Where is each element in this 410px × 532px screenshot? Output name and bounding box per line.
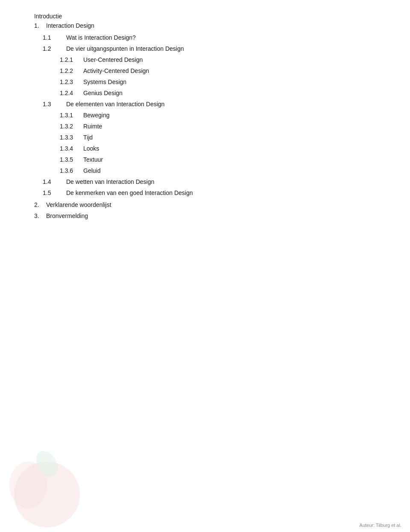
chapter3-number: 3.: [34, 212, 46, 219]
label-1-3-2: Ruimte: [83, 123, 102, 130]
intro-label: Introductie: [34, 13, 376, 20]
num-1-5: 1.5: [43, 189, 66, 196]
toc-item-1-2-3: 1.2.3 Systems Design: [34, 78, 376, 85]
num-1-3-6: 1.3.6: [60, 167, 83, 174]
chapter1-title: Interaction Design: [46, 22, 94, 29]
toc-item-1-4: 1.4 De wetten van Interaction Design: [34, 178, 376, 185]
label-1-3-3: Tijd: [83, 134, 93, 141]
chapter3-heading: 3. Bronvermelding: [34, 212, 376, 219]
toc-item-1-2: 1.2 De vier uitgangspunten in Interactio…: [34, 45, 376, 52]
chapter1-heading: 1. Interaction Design: [34, 22, 376, 29]
num-1-3-1: 1.3.1: [60, 112, 83, 119]
toc-item-1-3-3: 1.3.3 Tijd: [34, 134, 376, 141]
num-1-3: 1.3: [43, 101, 66, 108]
chapter3-label: Bronvermelding: [46, 212, 88, 219]
toc-item-1-2-1: 1.2.1 User-Centered Design: [34, 56, 376, 63]
toc-item-1-3-2: 1.3.2 Ruimte: [34, 123, 376, 130]
label-1-5: De kenmerken van een goed Interaction De…: [66, 189, 193, 196]
num-1-3-5: 1.3.5: [60, 156, 83, 163]
decorative-logo: [0, 438, 94, 532]
chapter2-heading: 2. Verklarende woordenlijst: [34, 201, 376, 208]
label-1-2-4: Genius Design: [83, 90, 123, 96]
num-1-2-2: 1.2.2: [60, 67, 83, 74]
chapter2-label: Verklarende woordenlijst: [46, 201, 111, 208]
num-1-3-2: 1.3.2: [60, 123, 83, 130]
label-1-2-2: Activity-Centered Design: [83, 67, 149, 74]
num-1-1: 1.1: [43, 34, 66, 41]
footer-right-text: Auteur: Tilburg et al.: [360, 523, 401, 528]
num-1-2: 1.2: [43, 45, 66, 52]
label-1-1: Wat is Interaction Design?: [66, 34, 136, 41]
chapter2-number: 2.: [34, 201, 46, 208]
label-1-3-4: Looks: [83, 145, 99, 152]
num-1-2-3: 1.2.3: [60, 78, 83, 85]
label-1-2-3: Systems Design: [83, 78, 126, 85]
num-1-4: 1.4: [43, 178, 66, 185]
label-1-3-5: Textuur: [83, 156, 103, 163]
toc-item-1-3-1: 1.3.1 Beweging: [34, 112, 376, 119]
num-1-3-4: 1.3.4: [60, 145, 83, 152]
label-1-2-1: User-Centered Design: [83, 56, 143, 63]
toc-item-1-3-6: 1.3.6 Geluid: [34, 167, 376, 174]
num-1-3-3: 1.3.3: [60, 134, 83, 141]
toc-item-1-2-4: 1.2.4 Genius Design: [34, 90, 376, 96]
intro-text: Introductie: [34, 13, 62, 20]
num-1-2-1: 1.2.1: [60, 56, 83, 63]
toc-item-1-3-5: 1.3.5 Textuur: [34, 156, 376, 163]
label-1-3-6: Geluid: [83, 167, 100, 174]
label-1-3: De elementen van Interaction Design: [66, 101, 164, 108]
toc-item-1-3: 1.3 De elementen van Interaction Design: [34, 101, 376, 108]
toc-item-1-1: 1.1 Wat is Interaction Design?: [34, 34, 376, 41]
label-1-3-1: Beweging: [83, 112, 110, 119]
footer-author: Auteur: Tilburg et al.: [360, 523, 401, 528]
label-1-4: De wetten van Interaction Design: [66, 178, 154, 185]
toc-item-1-3-4: 1.3.4 Looks: [34, 145, 376, 152]
toc-item-1-2-2: 1.2.2 Activity-Centered Design: [34, 67, 376, 74]
num-1-2-4: 1.2.4: [60, 90, 83, 96]
chapter1-number: 1.: [34, 22, 46, 29]
toc-item-1-5: 1.5 De kenmerken van een goed Interactio…: [34, 189, 376, 196]
label-1-2: De vier uitgangspunten in Interaction De…: [66, 45, 184, 52]
